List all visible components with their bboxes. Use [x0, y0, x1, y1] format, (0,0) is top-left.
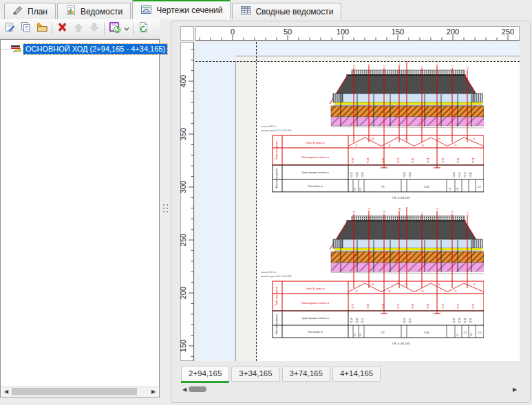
tab-svodnye-vedomosti[interactable]: Сводные ведомости — [232, 3, 341, 19]
toolbar-separator — [104, 23, 105, 35]
svg-text:95.18: 95.18 — [464, 318, 467, 323]
tab-chertezhi-sechenij[interactable]: Чертежи сечений — [132, 0, 231, 19]
station-tab-4-14-165[interactable]: 4+14,165 — [332, 366, 381, 382]
svg-text:250: 250 — [502, 28, 514, 36]
tree-item-label[interactable]: ОСНОВНОЙ ХОД (2+94,165 - 4+34,165) — [23, 44, 167, 54]
tree-item-main-route[interactable]: ОСНОВНОЙ ХОД (2+94,165 - 4+34,165) — [2, 43, 167, 55]
svg-text:2.3: 2.3 — [464, 331, 467, 334]
svg-text:11: 11 — [473, 138, 475, 140]
svg-text:11: 11 — [355, 144, 357, 147]
save-icon — [109, 21, 121, 36]
section-drawing-icon — [140, 4, 152, 17]
cross-section-drawing-2: 12151284149121512Проектные данныеУклон ‰… — [257, 207, 484, 348]
svg-text:95.12: 95.12 — [464, 172, 467, 177]
edit-icon — [4, 21, 16, 36]
svg-text:15: 15 — [368, 208, 371, 210]
svg-text:95.36: 95.36 — [453, 318, 456, 323]
svg-text:40: 40 — [438, 138, 440, 140]
page-top-margin — [235, 56, 520, 61]
svg-text:11: 11 — [454, 290, 456, 293]
svg-text:21: 21 — [405, 283, 407, 286]
arrow-down-icon — [89, 22, 100, 36]
scrollbar-thumb[interactable] — [12, 388, 137, 395]
svg-text:15: 15 — [451, 210, 454, 213]
scroll-right-arrow-icon[interactable]: ▶ — [149, 387, 158, 396]
svg-text:40: 40 — [372, 138, 374, 140]
svg-text:95.12: 95.12 — [458, 172, 461, 177]
svg-text:100: 100 — [337, 28, 349, 36]
tree-horizontal-scrollbar[interactable]: ◀ ▶ — [1, 386, 158, 396]
arrow-up-icon — [73, 22, 84, 36]
svg-text:2.0: 2.0 — [478, 331, 482, 334]
svg-text:6.06: 6.06 — [425, 186, 429, 188]
tab-plan[interactable]: План — [4, 3, 56, 19]
svg-text:Существующие отметки, м: Существующие отметки, м — [301, 317, 329, 320]
new-folder-button[interactable] — [34, 21, 50, 36]
svg-text:96.46: 96.46 — [382, 303, 385, 309]
svg-text:5.8: 5.8 — [456, 187, 459, 190]
svg-text:9: 9 — [421, 66, 424, 67]
svg-text:насыпь 50,1 м²: насыпь 50,1 м² — [261, 271, 277, 274]
svg-text:95.86: 95.86 — [442, 157, 445, 163]
svg-text:Проектируемые отметки, м: Проектируемые отметки, м — [301, 156, 329, 159]
svg-text:3.9: 3.9 — [354, 333, 357, 336]
svg-text:9: 9 — [421, 212, 424, 213]
svg-text:12: 12 — [383, 65, 386, 67]
station-tab-bar: 2+94,1653+34,1653+74,1654+14,165 — [181, 365, 383, 382]
svg-text:300: 300 — [180, 181, 187, 193]
vertical-ruler: 150200250300350400 — [180, 42, 194, 361]
scroll-right-arrow-icon[interactable]: ▶ — [510, 384, 520, 394]
svg-text:0: 0 — [231, 28, 235, 36]
svg-text:выемка грунта 6,7 м² N 1,26: выемка грунта 6,7 м² N 1,265 — [261, 129, 292, 132]
tree-connector — [2, 49, 10, 50]
station-tab-2-94-165[interactable]: 2+94,165 — [181, 366, 229, 382]
svg-text:350: 350 — [180, 128, 187, 140]
delete-icon — [56, 21, 68, 36]
panel-splitter[interactable] — [163, 204, 169, 218]
svg-text:Проектируемые отметки, м: Проектируемые отметки, м — [301, 302, 329, 305]
station-tab-3-74-165[interactable]: 3+74,165 — [282, 366, 330, 382]
scroll-left-arrow-icon[interactable]: ◀ — [180, 384, 189, 394]
station-tab-3-34-165[interactable]: 3+34,165 — [231, 366, 279, 382]
svg-text:6.06: 6.06 — [425, 331, 429, 334]
svg-text:Проектные данные: Проектные данные — [275, 286, 278, 305]
svg-text:11: 11 — [454, 144, 456, 147]
toolbar-separator — [52, 23, 52, 35]
svg-text:Фактические данные: Фактические данные — [275, 314, 278, 334]
svg-text:200: 200 — [447, 28, 459, 36]
svg-text:95.36: 95.36 — [469, 318, 472, 323]
scrollbar-thumb[interactable] — [189, 386, 206, 392]
svg-text:95.45: 95.45 — [361, 172, 364, 177]
svg-text:95.86: 95.86 — [352, 157, 354, 163]
copy-button[interactable] — [18, 21, 34, 36]
move-up-button[interactable] — [70, 21, 86, 36]
svg-text:20: 20 — [388, 290, 391, 293]
move-down-button[interactable] — [86, 21, 102, 36]
svg-text:96.30: 96.30 — [427, 303, 429, 309]
refresh-button[interactable] — [136, 21, 151, 36]
svg-text:40: 40 — [438, 283, 440, 286]
save-button[interactable] — [107, 21, 123, 36]
svg-text:насыпь 46,2 м²: насыпь 46,2 м² — [261, 125, 277, 128]
save-dropdown-button[interactable] — [123, 21, 131, 36]
cross-section-icon — [10, 44, 21, 54]
delete-button[interactable] — [54, 21, 70, 36]
tab-vedomosti[interactable]: Ведомости — [57, 3, 131, 19]
svg-text:20: 20 — [421, 144, 424, 147]
tab-label: Чертежи сечений — [156, 6, 222, 15]
svg-text:20: 20 — [421, 290, 424, 293]
svg-text:96.30: 96.30 — [367, 303, 370, 309]
drawing-canvas[interactable]: 1217129149121712Проектные данныеУклон ‰,… — [195, 42, 520, 361]
svg-text:96.40: 96.40 — [382, 157, 385, 163]
tab-label: Ведомости — [81, 7, 123, 17]
svg-text:400: 400 — [180, 75, 187, 87]
scroll-left-arrow-icon[interactable]: ◀ — [1, 387, 11, 396]
svg-text:95.12: 95.12 — [350, 172, 353, 177]
svg-text:95.92: 95.92 — [442, 303, 445, 309]
svg-text:21: 21 — [405, 138, 407, 140]
canvas-horizontal-scrollbar[interactable]: ◀ ▶ — [180, 384, 520, 394]
edit-button[interactable] — [2, 21, 18, 36]
svg-text:84: 84 — [398, 208, 401, 210]
svg-text:выемка грунта 6,9 м² N 1,26: выемка грунта 6,9 м² N 1,265 — [261, 275, 292, 278]
svg-text:7.8: 7.8 — [381, 331, 385, 334]
